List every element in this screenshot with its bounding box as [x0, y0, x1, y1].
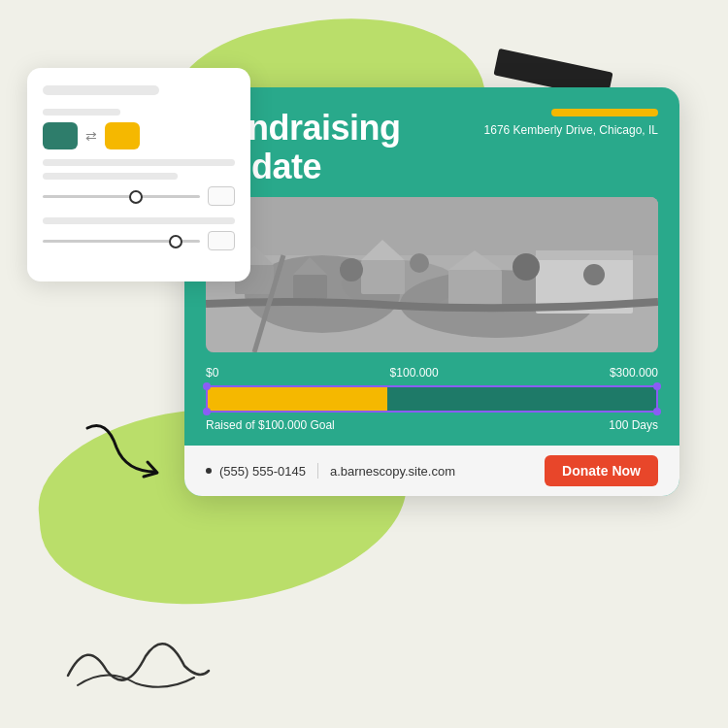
slider-box-2	[208, 231, 235, 250]
raised-text: Raised of $100.000 Goal	[206, 418, 335, 432]
card-right-info: 1676 Kemberly Drive, Chicago, IL	[484, 109, 658, 139]
slider-track-1[interactable]	[43, 195, 200, 198]
editor-lines-mid	[43, 159, 235, 180]
editor-slider-2	[43, 231, 235, 250]
progress-bar-fill	[208, 387, 387, 411]
svg-rect-12	[536, 250, 633, 260]
svg-point-15	[340, 258, 363, 281]
editor-slider-1	[43, 186, 235, 206]
donate-now-button[interactable]: Donate Now	[545, 455, 658, 486]
yellow-accent-bar	[551, 109, 658, 116]
svg-rect-1	[206, 197, 658, 255]
svg-point-16	[410, 253, 429, 273]
progress-footer: Raised of $100.000 Goal 100 Days	[206, 418, 658, 446]
days-text: 100 Days	[609, 418, 658, 432]
card-progress-section: $0 $100.000 $300.000 Raised of $100.000 …	[184, 366, 679, 446]
footer-website: a.barnescopy.site.com	[330, 464, 537, 479]
arrow-decoration	[78, 409, 175, 490]
progress-labels: $0 $100.000 $300.000	[206, 366, 658, 380]
corner-br	[653, 408, 661, 415]
editor-line-1	[43, 109, 120, 116]
editor-color-row: ⇄	[43, 122, 235, 149]
editor-line-3	[43, 173, 178, 180]
fundraising-card: Fundraising Update 1676 Kemberly Drive, …	[184, 87, 679, 496]
editor-panel: ⇄	[27, 68, 250, 281]
corner-tr	[653, 382, 661, 390]
svg-point-18	[583, 264, 605, 285]
slider-thumb-1[interactable]	[129, 190, 143, 204]
svg-rect-7	[293, 275, 327, 299]
card-header: Fundraising Update 1676 Kemberly Drive, …	[184, 87, 679, 197]
slider-track-2[interactable]	[43, 240, 200, 243]
slider-box-1	[208, 186, 235, 206]
card-photo	[206, 197, 658, 352]
svg-rect-9	[361, 260, 405, 294]
color-swatch-yellow[interactable]	[105, 122, 140, 149]
corner-bl	[203, 408, 211, 415]
footer-phone: (555) 555-0145	[219, 464, 306, 479]
svg-point-17	[513, 253, 540, 281]
footer-divider	[317, 463, 318, 479]
scribble-decoration	[58, 617, 214, 699]
editor-title-bar	[43, 85, 159, 95]
progress-bar-wrapper	[206, 385, 658, 413]
slider-thumb-2[interactable]	[169, 235, 182, 248]
card-footer: (555) 555-0145 a.barnescopy.site.com Don…	[184, 446, 679, 496]
progress-label-left: $0	[206, 366, 218, 380]
progress-label-right: $300.000	[610, 366, 658, 380]
color-swatch-green[interactable]	[43, 122, 78, 149]
editor-lines-bottom	[43, 217, 235, 224]
progress-label-middle: $100.000	[390, 366, 439, 380]
footer-dot	[206, 468, 212, 474]
swap-icon[interactable]: ⇄	[85, 128, 97, 144]
editor-line-2	[43, 159, 235, 166]
svg-rect-13	[448, 270, 502, 309]
card-address: 1676 Kemberly Drive, Chicago, IL	[484, 122, 658, 139]
editor-line-4	[43, 217, 235, 224]
editor-lines-top	[43, 109, 235, 116]
